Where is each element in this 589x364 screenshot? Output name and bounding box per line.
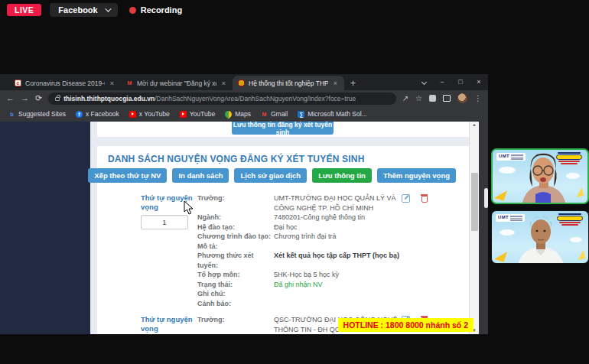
tab-thpt-system[interactable]: Hệ thống thi tốt nghiệp THPT 20 ×	[233, 76, 344, 90]
extensions-icon[interactable]	[429, 95, 436, 102]
overlay-scrollbar-thumb[interactable]	[484, 188, 488, 208]
field-value	[274, 299, 405, 309]
bookmark-suggested-sites[interactable]: bSuggested Sites	[8, 110, 66, 118]
bookmark-gmail[interactable]: MGmail	[261, 110, 288, 118]
minimize-button[interactable]: −	[433, 74, 451, 90]
field-value: Xét kết quả học tập cấp THPT (học bạ)	[274, 251, 405, 270]
print-list-button[interactable]: In danh sách	[172, 168, 229, 183]
add-wish-button[interactable]: Thêm nguyện vọng	[377, 168, 456, 183]
field-label: Phương thức xét tuyển:	[197, 251, 274, 270]
suggested-sites-icon: b	[8, 111, 15, 118]
bookmark-star-icon[interactable]: ☆	[415, 95, 422, 102]
bookmark-maps[interactable]: Maps	[225, 110, 251, 118]
tab-coronavirus[interactable]: c Coronavirus Disease 2019-COVI ×	[9, 76, 121, 90]
bookmark-x-youtube[interactable]: x YouTube	[129, 110, 170, 118]
umt-logo-text: UMT	[498, 215, 509, 219]
tab-strip: c Coronavirus Disease 2019-COVI × M Mời …	[0, 74, 488, 90]
field-row: Tổ hợp môn:5HK-Học bạ 5 học kỳ	[197, 270, 405, 280]
umt-logo: UMT	[496, 214, 525, 222]
wish-list-card: DANH SÁCH NGUYỆN VỌNG ĐĂNG KÝ XÉT TUYỂN …	[97, 146, 473, 334]
field-value	[274, 289, 405, 299]
recording-label: Recording	[141, 5, 182, 15]
platform-selector[interactable]: Facebook	[50, 3, 117, 17]
maximize-button[interactable]: □	[451, 74, 470, 90]
youtube-icon	[180, 111, 187, 118]
field-value: 7480201-Công nghệ thông tin	[274, 213, 405, 223]
back-icon[interactable]: ←	[6, 94, 15, 102]
browser-toolbar: ← → ⟳ thisinh.thithptquocgia.edu.vn/Danh…	[0, 90, 488, 106]
delete-icon[interactable]	[421, 196, 428, 203]
umt-logo-text: UMT	[499, 154, 509, 158]
webcam-speaker-1[interactable]: UMT	[491, 148, 589, 204]
field-row: Chương trình đào tạo:Chương trình đại tr…	[197, 232, 405, 242]
tab-close-icon[interactable]: ×	[332, 80, 339, 87]
bookmark-label: Gmail	[271, 110, 288, 118]
recording-dot-icon	[129, 7, 136, 14]
bookmark-facebook[interactable]: fx Facebook	[76, 110, 119, 118]
url-path: /DanhSachNguyenVongArea/DanhSachNguyenVo…	[155, 95, 356, 102]
close-button[interactable]: ×	[470, 74, 488, 90]
field-label: Ghi chú:	[197, 289, 274, 299]
toolbar-right-icons: ↗ ☆ ⋮	[402, 93, 482, 103]
field-row: Ngành:7480201-Công nghệ thông tin	[197, 213, 405, 223]
sort-by-order-button[interactable]: Xếp theo thứ tự NV	[88, 168, 167, 183]
field-value: Đại học	[274, 223, 405, 232]
top-card: Lưu thông tin đăng ký xét tuyển sinh	[97, 122, 473, 137]
tab-search-icon[interactable]	[415, 74, 433, 90]
tab-title: Hệ thống thi tốt nghiệp THPT 20	[249, 80, 328, 87]
menu-icon[interactable]: ⋮	[474, 95, 482, 102]
bookmark-label: x Facebook	[86, 110, 119, 118]
tab-close-icon[interactable]: ×	[109, 80, 116, 87]
refresh-icon[interactable]: ⟳	[35, 94, 42, 102]
covid-favicon-icon: c	[15, 80, 21, 86]
recording-indicator: Recording	[129, 5, 182, 15]
field-value	[274, 242, 405, 252]
new-tab-button[interactable]: +	[350, 78, 356, 90]
lock-icon	[55, 97, 60, 101]
promo-badge	[555, 213, 584, 226]
transaction-history-button[interactable]: Lịch sử giao dịch	[234, 168, 307, 183]
wish1-fields: Trường:UMT-TRƯỜNG ĐẠI HỌC QUẢN LÝ VÀ CÔN…	[197, 193, 405, 308]
umt-logo-lines	[511, 154, 523, 160]
field-row: Trường:UMT-TRƯỜNG ĐẠI HỌC QUẢN LÝ VÀ CÔN…	[197, 193, 405, 213]
forward-icon[interactable]: →	[21, 94, 29, 102]
bookmark-label: Maps	[235, 110, 251, 118]
window-controls: − □ ×	[415, 74, 488, 90]
scroll-up-icon[interactable]: ▲	[470, 122, 479, 128]
url-domain: thisinh.thithptquocgia.edu.vn	[63, 95, 155, 102]
umt-logo-lines	[510, 216, 522, 221]
bookmark-label: YouTube	[190, 110, 215, 118]
profile-avatar[interactable]	[457, 93, 467, 103]
bookmark-youtube[interactable]: YouTube	[180, 110, 215, 118]
field-value: 5HK-Học bạ 5 học kỳ	[274, 270, 405, 280]
field-label: Cảnh báo:	[197, 299, 274, 309]
address-bar[interactable]: thisinh.thithptquocgia.edu.vn/DanhSachNg…	[48, 93, 395, 105]
save-info-button[interactable]: Lưu thông tin	[312, 168, 372, 183]
edit-icon[interactable]	[402, 194, 410, 203]
bookmark-math-solver[interactable]: ∑Microsoft Math Sol...	[298, 110, 366, 118]
tab-webinar-email[interactable]: M Mời dự webinar "Đăng ký xét tuy ×	[121, 76, 233, 90]
umt-logo: UMT	[496, 153, 526, 161]
webcam-speaker-2[interactable]: UMT	[491, 210, 589, 264]
tab-title: Coronavirus Disease 2019-COVI	[25, 80, 105, 87]
field-row: Phương thức xét tuyển:Xét kết quả học tậ…	[197, 251, 405, 270]
field-label: Trường:	[197, 315, 274, 334]
field-label: Trạng thái:	[197, 280, 274, 290]
field-row: Mô tả:	[197, 242, 405, 252]
field-label: Chương trình đào tạo:	[197, 232, 274, 242]
field-label: Ngành:	[197, 213, 274, 223]
tab-close-icon[interactable]: ×	[220, 80, 227, 87]
page-scrollbar[interactable]: ▲ ▼	[469, 122, 479, 334]
math-solver-icon: ∑	[298, 111, 304, 118]
sidebar-icon[interactable]	[443, 95, 451, 102]
field-row: Trạng thái:Đã ghi nhận NV	[197, 280, 405, 290]
scrollbar-thumb[interactable]	[471, 173, 478, 231]
stream-top-bar: LIVE Facebook Recording	[0, 0, 589, 20]
share-icon[interactable]: ↗	[402, 95, 408, 102]
wish1-order-input[interactable]	[141, 215, 188, 229]
bookmarks-bar: bSuggested Sites fx Facebook x YouTube Y…	[0, 106, 488, 122]
wish1-row-icons	[402, 194, 428, 203]
gmail-favicon-icon: M	[126, 80, 133, 86]
save-registration-button[interactable]: Lưu thông tin đăng ký xét tuyển sinh	[232, 122, 334, 135]
chevron-down-icon	[105, 5, 111, 11]
